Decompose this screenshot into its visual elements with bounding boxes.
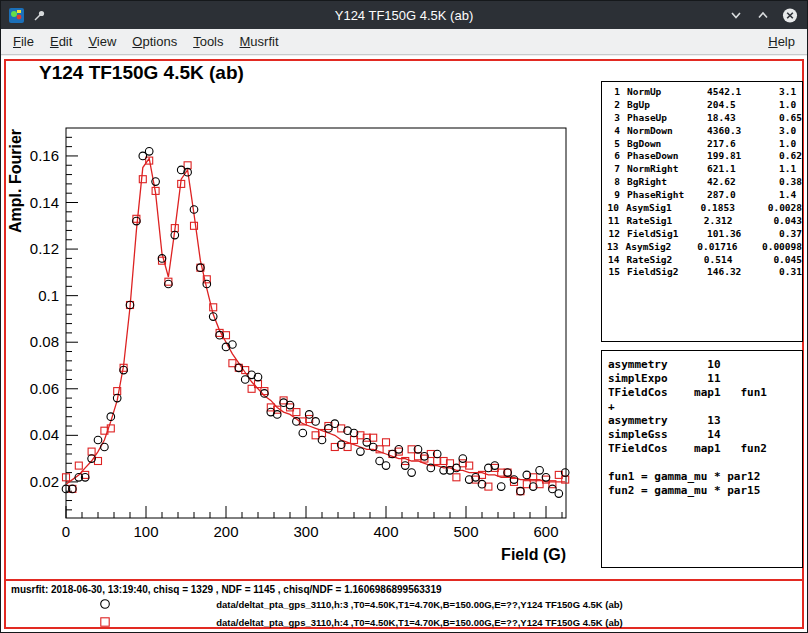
app-window: Y124 TF150G 4.5K (ab) File Edit View Opt… <box>0 0 808 633</box>
menubar: File Edit View Options Tools Musrfit Hel… <box>1 29 807 55</box>
minimize-button chevron-down-icon[interactable] <box>728 7 744 23</box>
svg-text:100: 100 <box>133 523 158 540</box>
window-title: Y124 TF150G 4.5K (ab) <box>1 8 807 23</box>
square-marker-icon <box>98 616 112 628</box>
theory-box[interactable]: asymmetry 10 simplExpo 11 TFieldCos map1… <box>601 350 803 568</box>
svg-text:0.1: 0.1 <box>38 287 59 304</box>
svg-text:300: 300 <box>293 523 318 540</box>
param-row: 4NormDown4360.33.0 <box>606 125 802 138</box>
svg-text:600: 600 <box>533 523 558 540</box>
menu-file[interactable]: File <box>5 31 42 52</box>
maximize-button chevron-up-icon[interactable] <box>755 7 771 23</box>
circle-marker-icon <box>98 598 112 610</box>
param-row: 13AsymSig20.017160.00098 <box>606 241 802 254</box>
menu-musrfit[interactable]: Musrfit <box>232 31 287 52</box>
menu-options[interactable]: Options <box>124 31 185 52</box>
param-row: 1NormUp4542.13.1 <box>606 86 802 99</box>
param-row: 9PhaseRight287.01.4 <box>606 189 802 202</box>
svg-text:0.08: 0.08 <box>30 333 59 350</box>
pin-icon[interactable] <box>31 7 47 23</box>
app-icon <box>8 7 24 23</box>
param-row: 14RateSig20.5140.045 <box>606 254 802 267</box>
param-row: 5BgDown217.61.0 <box>606 138 802 151</box>
root-canvas[interactable]: Y124 TF150G 4.5K (ab) 010020030040050060… <box>1 56 807 632</box>
svg-text:0.06: 0.06 <box>30 380 59 397</box>
param-row: 15FieldSig2146.320.31 <box>606 266 802 279</box>
svg-text:0.04: 0.04 <box>30 426 59 443</box>
pad-separator <box>6 579 802 581</box>
param-row: 10AsymSig10.18530.0028 <box>606 202 802 215</box>
svg-text:500: 500 <box>453 523 478 540</box>
svg-text:0.16: 0.16 <box>30 147 59 164</box>
fit-info-line: musrfit: 2018-06-30, 13:19:40, chisq = 1… <box>11 584 442 595</box>
svg-text:Ampl. Fourier: Ampl. Fourier <box>7 129 24 233</box>
svg-text:200: 200 <box>213 523 238 540</box>
legend-item[interactable]: data/deltat_pta_gps_3110,h:3 ,T0=4.50K,T… <box>61 596 727 612</box>
svg-text:400: 400 <box>373 523 398 540</box>
legend-label: data/deltat_pta_gps_3110,h:3 ,T0=4.50K,T… <box>112 599 727 610</box>
svg-text:0.12: 0.12 <box>30 240 59 257</box>
svg-text:Field (G): Field (G) <box>501 546 566 563</box>
param-row: 12FieldSig1101.360.37 <box>606 228 802 241</box>
menu-tools[interactable]: Tools <box>185 31 231 52</box>
close-button close-icon[interactable] <box>782 7 798 23</box>
titlebar[interactable]: Y124 TF150G 4.5K (ab) <box>1 1 807 29</box>
menu-view[interactable]: View <box>80 31 124 52</box>
parameter-rows: 1NormUp4542.13.12BgUp204.51.03PhaseUp18.… <box>606 86 802 279</box>
parameter-box[interactable]: 1NormUp4542.13.12BgUp204.51.03PhaseUp18.… <box>601 81 803 342</box>
svg-text:0: 0 <box>62 523 70 540</box>
legend-label: data/deltat_pta_gps_3110,h:4 ,T0=4.50K,T… <box>112 617 727 628</box>
svg-text:0.14: 0.14 <box>30 194 59 211</box>
menu-edit[interactable]: Edit <box>42 31 80 52</box>
param-row: 11RateSig12.3120.043 <box>606 215 802 228</box>
menu-help[interactable]: Help <box>760 31 803 52</box>
legend-item[interactable]: data/deltat_pta_gps_3110,h:4 ,T0=4.50K,T… <box>61 614 727 630</box>
param-row: 8BgRight42.620.38 <box>606 176 802 189</box>
param-row: 6PhaseDown199.810.62 <box>606 150 802 163</box>
param-row: 3PhaseUp18.430.65 <box>606 112 802 125</box>
param-row: 7NormRight621.11.1 <box>606 163 802 176</box>
param-row: 2BgUp204.51.0 <box>606 99 802 112</box>
svg-text:0.02: 0.02 <box>30 473 59 490</box>
